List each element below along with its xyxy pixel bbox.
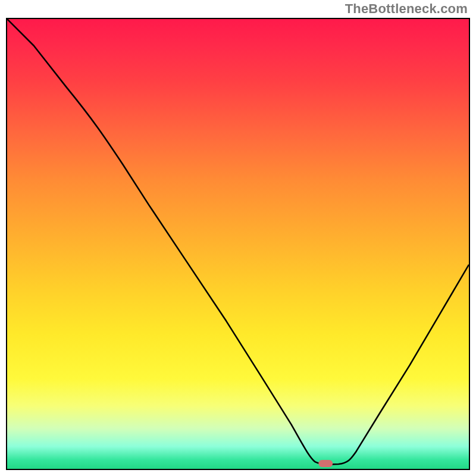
bottleneck-curve	[7, 19, 469, 465]
min-marker	[318, 460, 333, 467]
chart-frame: TheBottleneck.com	[0, 0, 476, 476]
curve-layer	[7, 19, 469, 469]
plot-area	[6, 18, 470, 470]
watermark-url: TheBottleneck.com	[345, 1, 468, 17]
